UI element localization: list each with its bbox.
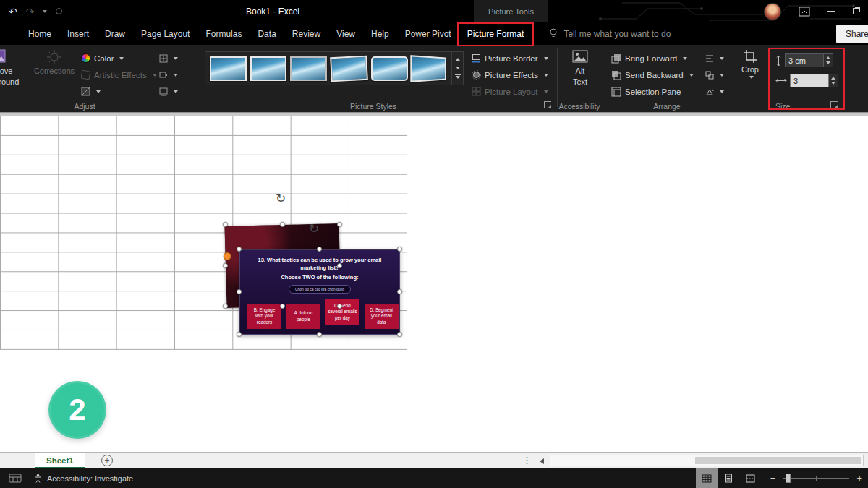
title-bar: ↶ ↷ Book1 - Excel Picture Tools xyxy=(0,0,868,22)
height-stepper[interactable] xyxy=(824,53,833,67)
selection-handle[interactable] xyxy=(317,247,322,252)
selection-handle[interactable] xyxy=(397,247,402,252)
rotate-handle-icon[interactable]: ↻ xyxy=(309,223,319,235)
scroll-left-icon[interactable] xyxy=(540,458,544,464)
tab-page-layout[interactable]: Page Layout xyxy=(133,22,197,45)
dialog-launcher-icon[interactable] xyxy=(544,101,551,108)
alt-text-button[interactable]: Alt Text xyxy=(562,49,598,86)
tab-insert[interactable]: Insert xyxy=(59,22,97,45)
selection-handle[interactable] xyxy=(237,332,242,337)
selection-handle[interactable] xyxy=(337,304,342,309)
tab-power-pivot[interactable]: Power Pivot xyxy=(397,22,459,45)
tab-help[interactable]: Help xyxy=(363,22,397,45)
selection-pane-label: Selection Pane xyxy=(625,87,681,96)
tab-view[interactable]: View xyxy=(328,22,363,45)
rotate-handle-icon[interactable]: ↻ xyxy=(276,192,286,205)
touch-mode-icon[interactable] xyxy=(56,8,62,14)
new-sheet-icon[interactable]: + xyxy=(101,455,113,466)
view-normal-button[interactable] xyxy=(696,468,718,488)
group-objects-button[interactable] xyxy=(705,67,724,82)
tab-picture-format[interactable]: Picture Format xyxy=(459,22,532,45)
selection-handle[interactable] xyxy=(280,222,285,227)
transparency-button[interactable] xyxy=(81,84,101,99)
shape-width-field[interactable] xyxy=(790,74,829,87)
tab-data[interactable]: Data xyxy=(250,22,284,45)
tab-draw[interactable]: Draw xyxy=(97,22,133,45)
spinner-down-icon[interactable] xyxy=(831,82,835,85)
picture-badge-dot xyxy=(223,252,231,260)
horizontal-scrollbar[interactable] xyxy=(550,455,864,466)
rotate-objects-button[interactable] xyxy=(705,84,724,99)
titlebar-controls xyxy=(764,0,859,22)
selection-handle[interactable] xyxy=(337,263,342,268)
selection-handle[interactable] xyxy=(223,304,228,309)
artistic-effects-button[interactable]: Artistic Effects xyxy=(81,67,157,82)
spinner-up-icon[interactable] xyxy=(831,77,835,80)
selection-handle[interactable] xyxy=(397,289,402,294)
picture-effects-button[interactable]: Picture Effects xyxy=(472,67,548,82)
undo-icon[interactable]: ↶ xyxy=(9,7,17,17)
zoom-out-icon[interactable]: − xyxy=(770,474,776,483)
customize-qat-icon[interactable] xyxy=(43,10,47,13)
share-button[interactable]: Share xyxy=(836,25,868,43)
selected-picture-front[interactable]: 13. What tactics can be used to grow you… xyxy=(239,249,400,335)
tab-home[interactable]: Home xyxy=(20,22,59,45)
scrollbar-thumb[interactable] xyxy=(695,457,861,464)
selection-handle[interactable] xyxy=(237,289,242,294)
remove-background-button[interactable]: Remove Background xyxy=(0,48,30,86)
status-mode-icon[interactable] xyxy=(9,474,22,483)
selection-handle[interactable] xyxy=(337,222,342,227)
minimize-icon[interactable] xyxy=(827,11,835,12)
selection-handle[interactable] xyxy=(317,332,322,337)
gallery-down-icon[interactable] xyxy=(456,67,460,69)
gallery-up-icon[interactable] xyxy=(456,58,460,61)
shape-height-field[interactable] xyxy=(785,53,824,67)
reset-picture-button[interactable] xyxy=(159,84,178,99)
corrections-button[interactable]: Corrections xyxy=(30,49,78,76)
send-backward-button[interactable]: Send Backward xyxy=(611,67,694,82)
spinner-up-icon[interactable] xyxy=(826,56,830,59)
picture-style-thumbnail[interactable] xyxy=(410,55,446,82)
bring-forward-button[interactable]: Bring Forward xyxy=(611,51,687,66)
sheet-menu-icon[interactable]: ⋮ xyxy=(522,455,532,466)
spinner-down-icon[interactable] xyxy=(826,61,830,64)
picture-border-button[interactable]: Picture Border xyxy=(472,51,548,66)
zoom-slider[interactable] xyxy=(783,478,849,479)
color-button[interactable]: Color xyxy=(81,51,124,66)
zoom-in-icon[interactable]: + xyxy=(856,474,862,483)
sheet-tab-sheet1[interactable]: Sheet1 xyxy=(35,453,85,468)
tab-formulas[interactable]: Formulas xyxy=(197,22,250,45)
chevron-down-icon xyxy=(119,57,124,60)
selection-handle[interactable] xyxy=(237,247,242,252)
picture-style-thumbnail[interactable] xyxy=(290,56,327,81)
ribbon-display-options-icon[interactable] xyxy=(799,7,810,17)
picture-style-thumbnail[interactable] xyxy=(250,56,287,81)
change-picture-button[interactable] xyxy=(159,67,178,82)
dialog-launcher-icon[interactable] xyxy=(830,101,838,108)
picture-style-thumbnail[interactable] xyxy=(371,56,408,81)
picture-style-thumbnail[interactable] xyxy=(210,56,247,81)
selection-handle[interactable] xyxy=(280,304,285,309)
user-avatar[interactable] xyxy=(764,3,781,20)
selection-handle[interactable] xyxy=(223,222,228,227)
tab-review[interactable]: Review xyxy=(284,22,328,45)
picture-style-thumbnail[interactable] xyxy=(330,55,367,82)
selection-handle[interactable] xyxy=(223,263,228,268)
selection-pane-button[interactable]: Selection Pane xyxy=(611,84,681,99)
restore-icon[interactable] xyxy=(853,8,859,14)
view-page-break-button[interactable] xyxy=(739,468,761,488)
crop-button[interactable]: Crop xyxy=(733,49,767,79)
zoom-slider-thumb[interactable] xyxy=(786,474,791,483)
color-icon xyxy=(81,53,90,63)
tell-me-box[interactable]: Tell me what you want to do xyxy=(549,28,671,39)
redo-icon[interactable]: ↷ xyxy=(26,7,35,17)
selection-handle[interactable] xyxy=(397,332,402,337)
view-page-layout-button[interactable] xyxy=(718,468,739,488)
width-stepper[interactable] xyxy=(829,74,838,87)
align-button[interactable] xyxy=(705,51,724,66)
accessibility-status[interactable]: Accessibility: Investigate xyxy=(33,474,133,483)
gallery-more-icon[interactable] xyxy=(455,74,461,79)
group-separator xyxy=(767,48,767,107)
compress-picture-button[interactable] xyxy=(159,51,178,66)
picture-layout-button[interactable]: Picture Layout xyxy=(472,84,548,99)
